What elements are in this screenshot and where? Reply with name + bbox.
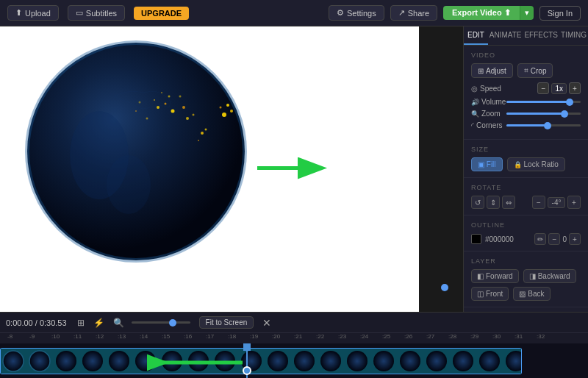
outline-color-swatch[interactable] xyxy=(471,234,481,244)
size-section: SIZE ▣ Fill 🔒 Lock Ratio xyxy=(464,140,588,178)
zoom-icon: 🔍 xyxy=(471,110,479,118)
outline-minus-button[interactable]: − xyxy=(548,233,560,245)
svg-point-7 xyxy=(182,106,185,109)
speed-control: − 1x + xyxy=(537,82,581,94)
svg-point-41 xyxy=(347,351,368,371)
back-button[interactable]: ▨ Back xyxy=(513,287,550,301)
settings-icon: ⚙ xyxy=(337,8,344,18)
svg-point-44 xyxy=(426,351,447,371)
svg-point-4 xyxy=(165,103,167,105)
svg-point-19 xyxy=(135,110,137,112)
timeline-controls: 0:00.00 / 0:30.53 ⊞ ⚡ 🔍 Fit to Screen ✕ xyxy=(0,313,588,333)
export-group: Export Video ⬆ ▾ xyxy=(443,6,534,20)
layer-buttons-2: ◫ Front ▨ Back xyxy=(471,287,581,301)
svg-point-32 xyxy=(109,351,129,371)
svg-point-22 xyxy=(179,96,182,98)
volume-icon: 🔊 xyxy=(471,99,479,106)
svg-point-6 xyxy=(171,110,175,113)
video-section: VIDEO ⊞ Adjust ⌗ Crop ◎ Speed − xyxy=(464,46,588,140)
tab-effects[interactable]: EFFECTS xyxy=(523,26,559,45)
svg-point-9 xyxy=(201,132,204,135)
corners-slider[interactable] xyxy=(506,124,581,126)
svg-point-15 xyxy=(226,104,229,107)
back-icon: ▨ xyxy=(519,290,526,298)
tab-edit[interactable]: EDIT xyxy=(464,26,488,45)
settings-button[interactable]: ⚙ Settings xyxy=(329,5,384,21)
timeline-zoom-in-button[interactable]: ⊞ xyxy=(76,318,86,328)
forward-button[interactable]: ◧ Forward xyxy=(471,269,519,283)
zoom-slider[interactable] xyxy=(506,113,581,115)
front-button[interactable]: ◫ Front xyxy=(471,287,509,301)
svg-point-39 xyxy=(294,351,315,371)
tab-timing[interactable]: TIMING xyxy=(559,26,588,45)
svg-point-42 xyxy=(373,351,394,371)
panel-tabs: EDIT ANIMATE EFFECTS TIMING xyxy=(464,26,588,46)
upgrade-button[interactable]: UPGRADE xyxy=(134,7,189,20)
timeline-area: 0:00.00 / 0:30.53 ⊞ ⚡ 🔍 Fit to Screen ✕ … xyxy=(0,312,588,378)
lock-ratio-button[interactable]: 🔒 Lock Ratio xyxy=(507,157,565,171)
forward-icon: ◧ xyxy=(477,272,484,280)
svg-point-8 xyxy=(168,96,171,98)
video-track-strip xyxy=(0,348,522,374)
export-chevron-button[interactable]: ▾ xyxy=(520,6,534,20)
timeline-zoom-slider[interactable] xyxy=(132,321,190,324)
timeline-zoom-icon-button[interactable]: 🔍 xyxy=(112,318,126,328)
speed-icon: ◎ xyxy=(471,85,478,93)
speed-row: ◎ Speed − 1x + xyxy=(471,82,581,94)
svg-point-13 xyxy=(230,110,233,113)
fill-button[interactable]: ▣ Fill xyxy=(471,157,503,171)
svg-point-17 xyxy=(186,117,189,120)
svg-point-35 xyxy=(188,351,209,371)
speed-minus-button[interactable]: − xyxy=(537,82,549,94)
canvas-area[interactable] xyxy=(0,26,463,312)
right-panel: EDIT ANIMATE EFFECTS TIMING VIDEO ⊞ Adju… xyxy=(463,26,588,312)
export-button[interactable]: Export Video ⬆ xyxy=(443,6,520,20)
corners-icon: ◜ xyxy=(471,121,474,129)
zoom-row: 🔍 Zoom xyxy=(471,110,581,118)
rotate-plus-button[interactable]: + xyxy=(567,196,581,209)
outline-color-label: #000000 xyxy=(485,235,531,243)
svg-point-10 xyxy=(205,129,207,131)
flip-h-button[interactable]: ⇔ xyxy=(502,196,515,209)
crop-button[interactable]: ⌗ Crop xyxy=(517,63,553,78)
layer-section: LAYER ◧ Forward ◨ Backward ◫ Front ▨ xyxy=(464,252,588,307)
svg-point-16 xyxy=(146,118,148,120)
upload-button[interactable]: ⬆ Upload xyxy=(7,5,59,21)
adjust-button[interactable]: ⊞ Adjust xyxy=(471,63,513,78)
svg-point-30 xyxy=(56,351,76,371)
outline-plus-button[interactable]: + xyxy=(569,233,581,245)
volume-row: 🔊 Volume xyxy=(471,98,581,106)
rotate-minus-button[interactable]: − xyxy=(532,196,545,209)
timeline-split-button[interactable]: ⚡ xyxy=(92,318,106,328)
svg-point-33 xyxy=(135,351,156,371)
speed-label: ◎ Speed xyxy=(471,85,534,93)
backward-button[interactable]: ◨ Backward xyxy=(523,269,576,283)
canvas-background xyxy=(0,26,463,312)
outline-controls: #000000 ✏ − 0 + xyxy=(471,233,581,245)
tab-animate[interactable]: ANIMATE xyxy=(488,26,523,45)
share-button[interactable]: ↗ Share xyxy=(390,5,437,21)
eyedropper-button[interactable]: ✏ xyxy=(534,233,546,245)
rotate-ccw-button[interactable]: ↺ xyxy=(471,196,484,209)
corners-label: ◜ Corners xyxy=(471,121,502,129)
video-buttons: ⊞ Adjust ⌗ Crop xyxy=(471,63,581,78)
corners-row: ◜ Corners xyxy=(471,121,581,129)
svg-point-3 xyxy=(157,106,159,109)
share-icon: ↗ xyxy=(398,8,405,18)
timeline-close-button[interactable]: ✕ xyxy=(262,317,271,329)
fit-screen-button[interactable]: Fit to Screen xyxy=(199,316,254,329)
volume-slider[interactable] xyxy=(506,101,581,103)
nav-right: ⚙ Settings ↗ Share Export Video ⬆ ▾ Sign… xyxy=(329,5,581,21)
flip-v-button[interactable]: ⇕ xyxy=(487,196,500,209)
nav-left: ⬆ Upload ▭ Subtitles UPGRADE xyxy=(7,5,189,21)
speed-plus-button[interactable]: + xyxy=(569,82,581,94)
svg-point-18 xyxy=(193,114,195,116)
upload-icon: ⬆ xyxy=(15,8,22,18)
main-area: EDIT ANIMATE EFFECTS TIMING VIDEO ⊞ Adju… xyxy=(0,26,588,312)
export-icon: ⬆ xyxy=(504,8,511,17)
backward-icon: ◨ xyxy=(529,272,536,280)
svg-point-11 xyxy=(198,140,199,141)
timeline-track[interactable] xyxy=(0,343,588,378)
signin-button[interactable]: Sign In xyxy=(539,6,581,21)
subtitles-button[interactable]: ▭ Subtitles xyxy=(68,5,125,21)
